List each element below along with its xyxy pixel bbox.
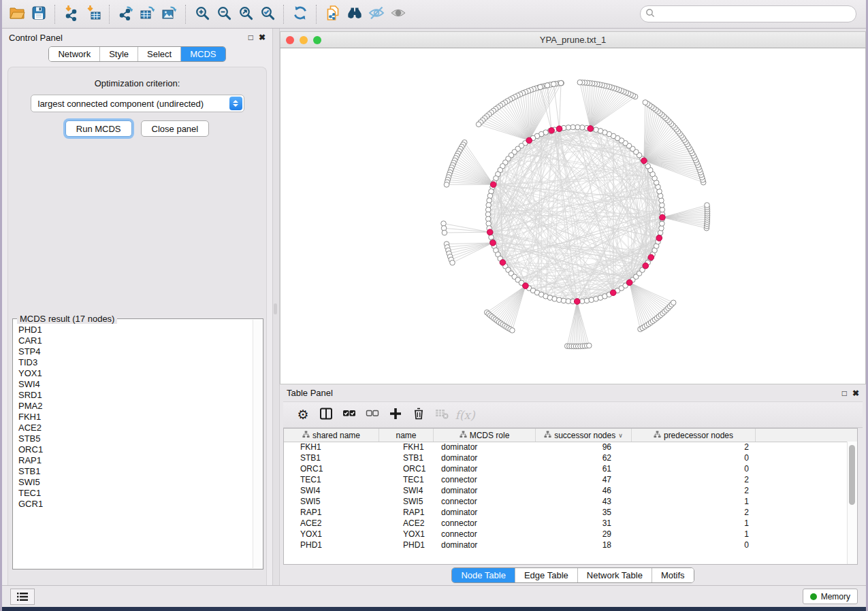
- mcds-node-item[interactable]: YOX1: [18, 368, 252, 379]
- delete-table-button: [432, 406, 452, 425]
- tab-network-table[interactable]: Network Table: [578, 568, 652, 582]
- search-icon: [645, 8, 655, 18]
- close-panel-button[interactable]: Close panel: [141, 120, 210, 137]
- find-button[interactable]: [344, 3, 366, 25]
- mcds-node-item[interactable]: STP4: [18, 346, 252, 357]
- table-row[interactable]: FKH1FKH1dominator962: [284, 442, 848, 452]
- tab-node-table[interactable]: Node Table: [452, 568, 515, 582]
- network-canvas[interactable]: [280, 48, 866, 384]
- table-scrollbar[interactable]: [847, 442, 857, 564]
- mcds-node-item[interactable]: CAR1: [18, 335, 252, 346]
- run-mcds-button[interactable]: Run MCDS: [65, 120, 132, 137]
- result-list-scrollbar[interactable]: [253, 320, 262, 568]
- column-header-successor-nodes[interactable]: successor nodes∨: [536, 429, 632, 442]
- import-table-button[interactable]: [82, 3, 104, 25]
- column-header-predecessor-nodes[interactable]: predecessor nodes: [632, 429, 756, 442]
- column-header-name[interactable]: name: [379, 429, 434, 442]
- show-all-button[interactable]: [387, 3, 409, 25]
- table-header-row: shared namenameMCDS rolesuccessor nodes∨…: [284, 429, 857, 442]
- zoom-selected-button[interactable]: [257, 3, 278, 25]
- toolbar-separator: [283, 5, 285, 24]
- mcds-node-item[interactable]: TEC1: [18, 488, 252, 499]
- open-folder-button[interactable]: [6, 3, 28, 25]
- mcds-node-item[interactable]: ORC1: [18, 444, 252, 455]
- export-table-icon: [140, 5, 156, 23]
- table-row[interactable]: ORC1ORC1dominator610: [284, 463, 848, 474]
- mcds-node-item[interactable]: SRD1: [18, 390, 252, 401]
- column-header-shared-name[interactable]: shared name: [284, 429, 379, 442]
- panel-splitter[interactable]: [272, 29, 280, 585]
- table-row[interactable]: SWI5SWI5connector431: [284, 496, 848, 507]
- table-row[interactable]: YOX1YOX1connector291: [284, 529, 848, 540]
- tab-mcds[interactable]: MCDS: [181, 47, 225, 61]
- zoom-in-button[interactable]: [191, 3, 213, 25]
- control-panel-title: Control Panel: [9, 33, 63, 43]
- float-panel-icon[interactable]: □: [248, 33, 253, 42]
- network-graph[interactable]: [280, 48, 866, 383]
- delete-column-button[interactable]: [408, 406, 429, 425]
- tab-edge-table[interactable]: Edge Table: [515, 568, 578, 582]
- float-table-panel-icon[interactable]: □: [842, 389, 847, 397]
- mcds-result-group: MCDS result (17 nodes) PHD1CAR1STP4TID3Y…: [12, 318, 263, 569]
- tab-network[interactable]: Network: [49, 47, 100, 61]
- mcds-node-item[interactable]: PMA2: [18, 401, 252, 412]
- zoom-fit-button[interactable]: [235, 3, 257, 25]
- export-image-button[interactable]: [159, 3, 180, 25]
- add-column-button[interactable]: [385, 406, 406, 425]
- select-all-checkboxes-icon: [342, 407, 356, 423]
- hide-selected-button[interactable]: [366, 3, 387, 25]
- export-table-button[interactable]: [137, 3, 159, 25]
- table-row[interactable]: STB1STB1dominator620: [284, 452, 848, 463]
- mcds-result-list[interactable]: PHD1CAR1STP4TID3YOX1SWI4SRD1PMA2FKH1ACE2…: [18, 325, 252, 567]
- tab-select[interactable]: Select: [138, 47, 181, 61]
- task-history-button[interactable]: [10, 589, 35, 605]
- table-options-gear-button[interactable]: ⚙: [293, 406, 313, 425]
- mcds-result-title: MCDS result (17 nodes): [17, 314, 117, 324]
- table-options-gear-icon: ⚙: [297, 408, 308, 421]
- splitter-grip[interactable]: [274, 303, 277, 314]
- open-folder-icon: [9, 5, 25, 23]
- clone-network-button[interactable]: [322, 3, 344, 25]
- table-scrollbar-thumb[interactable]: [849, 445, 855, 505]
- mcds-node-item[interactable]: STB1: [18, 466, 252, 477]
- import-network-button[interactable]: [61, 3, 82, 25]
- mcds-node-item[interactable]: GCR1: [18, 499, 252, 510]
- mcds-node-item[interactable]: SWI4: [18, 379, 252, 390]
- table-row[interactable]: SWI4SWI4dominator462: [284, 485, 848, 496]
- save-session-button[interactable]: [28, 3, 50, 25]
- show-all-icon: [390, 5, 406, 23]
- optimization-label: Optimization criterion:: [8, 78, 266, 88]
- control-panel: Control Panel □ ✖ NetworkStyleSelectMCDS…: [2, 29, 272, 585]
- control-panel-tabs: NetworkStyleSelectMCDS: [48, 46, 225, 62]
- show-columns-button[interactable]: [316, 406, 336, 425]
- mcds-node-item[interactable]: RAP1: [18, 455, 252, 466]
- mcds-node-item[interactable]: ACE2: [18, 423, 252, 433]
- tab-style[interactable]: Style: [100, 47, 138, 61]
- mcds-node-item[interactable]: FKH1: [18, 412, 252, 423]
- table-row[interactable]: ACE2ACE2connector311: [284, 518, 848, 529]
- table-row[interactable]: TEC1TEC1connector472: [284, 474, 848, 485]
- toolbar-separator: [109, 5, 110, 24]
- mcds-node-item[interactable]: STB5: [18, 433, 252, 444]
- select-all-checkboxes-button[interactable]: [339, 406, 359, 425]
- table-row[interactable]: PHD1PHD1dominator180: [284, 540, 848, 550]
- refresh-view-button[interactable]: [289, 3, 311, 25]
- mcds-node-item[interactable]: PHD1: [18, 325, 252, 335]
- column-header-MCDS-role[interactable]: MCDS role: [434, 429, 536, 442]
- zoom-out-button[interactable]: [213, 3, 235, 25]
- zoom-selected-icon: [259, 5, 276, 23]
- table-tabs: Node TableEdge TableNetwork TableMotifs: [451, 567, 694, 583]
- criterion-select[interactable]: largest connected component (undirected): [31, 95, 244, 112]
- mcds-node-item[interactable]: SWI5: [18, 477, 252, 488]
- tab-motifs[interactable]: Motifs: [652, 568, 694, 582]
- deselect-all-checkboxes-button[interactable]: [362, 406, 383, 425]
- show-columns-icon: [319, 407, 333, 423]
- export-network-button[interactable]: [115, 3, 137, 25]
- close-panel-icon[interactable]: ✖: [259, 33, 266, 42]
- close-table-panel-icon[interactable]: ✖: [852, 389, 859, 397]
- network-window-titlebar[interactable]: YPA_prune.txt_1: [280, 31, 866, 48]
- memory-button[interactable]: Memory: [803, 589, 858, 604]
- table-row[interactable]: RAP1RAP1dominator352: [284, 507, 848, 518]
- mcds-node-item[interactable]: TID3: [18, 357, 252, 368]
- search-input[interactable]: [640, 5, 856, 22]
